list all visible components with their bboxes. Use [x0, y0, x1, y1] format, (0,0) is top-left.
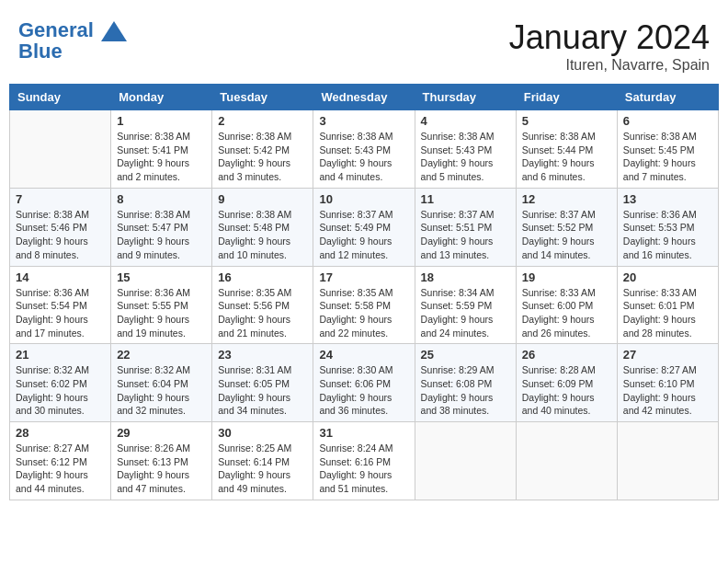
logo-general: General — [18, 18, 94, 41]
calendar-week-3: 14Sunrise: 8:36 AM Sunset: 5:54 PM Dayli… — [10, 266, 719, 344]
weekday-header-monday: Monday — [111, 85, 212, 110]
calendar-cell: 15Sunrise: 8:36 AM Sunset: 5:55 PM Dayli… — [111, 266, 212, 344]
calendar-cell: 20Sunrise: 8:33 AM Sunset: 6:01 PM Dayli… — [617, 266, 718, 344]
day-info: Sunrise: 8:28 AM Sunset: 6:09 PM Dayligh… — [522, 363, 611, 418]
day-number: 8 — [117, 192, 206, 206]
day-info: Sunrise: 8:25 AM Sunset: 6:14 PM Dayligh… — [218, 442, 307, 496]
calendar-cell: 25Sunrise: 8:29 AM Sunset: 6:08 PM Dayli… — [415, 344, 516, 422]
calendar-week-2: 7Sunrise: 8:38 AM Sunset: 5:46 PM Daylig… — [10, 188, 719, 266]
calendar-body: 1Sunrise: 8:38 AM Sunset: 5:41 PM Daylig… — [10, 110, 719, 500]
day-number: 19 — [522, 270, 611, 284]
title-block: January 2024 Ituren, Navarre, Spain — [509, 18, 710, 74]
day-info: Sunrise: 8:38 AM Sunset: 5:44 PM Dayligh… — [522, 130, 611, 184]
day-info: Sunrise: 8:35 AM Sunset: 5:58 PM Dayligh… — [319, 286, 408, 340]
day-info: Sunrise: 8:38 AM Sunset: 5:45 PM Dayligh… — [623, 130, 712, 184]
calendar-cell: 29Sunrise: 8:26 AM Sunset: 6:13 PM Dayli… — [111, 422, 212, 500]
day-number: 26 — [522, 348, 611, 362]
day-number: 14 — [16, 270, 105, 284]
calendar-week-4: 21Sunrise: 8:32 AM Sunset: 6:02 PM Dayli… — [10, 344, 719, 422]
calendar-cell: 8Sunrise: 8:38 AM Sunset: 5:47 PM Daylig… — [111, 188, 212, 266]
calendar-cell: 17Sunrise: 8:35 AM Sunset: 5:58 PM Dayli… — [313, 266, 415, 344]
day-number: 11 — [421, 192, 510, 206]
calendar-cell: 28Sunrise: 8:27 AM Sunset: 6:12 PM Dayli… — [10, 422, 111, 500]
day-info: Sunrise: 8:33 AM Sunset: 6:01 PM Dayligh… — [623, 286, 712, 340]
day-info: Sunrise: 8:38 AM Sunset: 5:47 PM Dayligh… — [117, 208, 206, 262]
day-info: Sunrise: 8:35 AM Sunset: 5:56 PM Dayligh… — [218, 286, 307, 340]
day-info: Sunrise: 8:37 AM Sunset: 5:51 PM Dayligh… — [421, 208, 510, 262]
day-number: 6 — [623, 114, 712, 128]
day-number: 30 — [218, 426, 307, 440]
calendar-cell: 23Sunrise: 8:31 AM Sunset: 6:05 PM Dayli… — [212, 344, 313, 422]
calendar-cell: 30Sunrise: 8:25 AM Sunset: 6:14 PM Dayli… — [212, 422, 313, 500]
day-info: Sunrise: 8:32 AM Sunset: 6:04 PM Dayligh… — [117, 363, 206, 418]
logo-icon — [101, 21, 127, 41]
day-info: Sunrise: 8:30 AM Sunset: 6:06 PM Dayligh… — [319, 363, 408, 418]
calendar-cell: 5Sunrise: 8:38 AM Sunset: 5:44 PM Daylig… — [516, 110, 617, 189]
weekday-header-row: SundayMondayTuesdayWednesdayThursdayFrid… — [10, 85, 719, 110]
location-title: Ituren, Navarre, Spain — [509, 57, 710, 74]
day-info: Sunrise: 8:38 AM Sunset: 5:46 PM Dayligh… — [16, 208, 105, 262]
day-number: 28 — [16, 426, 105, 440]
day-number: 13 — [623, 192, 712, 206]
weekday-header-saturday: Saturday — [617, 85, 718, 110]
calendar-cell — [516, 422, 617, 500]
calendar-cell — [617, 422, 718, 500]
calendar-week-5: 28Sunrise: 8:27 AM Sunset: 6:12 PM Dayli… — [10, 422, 719, 500]
day-number: 27 — [623, 348, 712, 362]
calendar-cell: 9Sunrise: 8:38 AM Sunset: 5:48 PM Daylig… — [212, 188, 313, 266]
month-title: January 2024 — [509, 18, 710, 57]
day-info: Sunrise: 8:36 AM Sunset: 5:53 PM Dayligh… — [623, 208, 712, 262]
day-number: 25 — [421, 348, 510, 362]
logo-blue: Blue — [18, 41, 127, 62]
calendar-cell: 21Sunrise: 8:32 AM Sunset: 6:02 PM Dayli… — [10, 344, 111, 422]
calendar-cell: 18Sunrise: 8:34 AM Sunset: 5:59 PM Dayli… — [415, 266, 516, 344]
day-info: Sunrise: 8:38 AM Sunset: 5:41 PM Dayligh… — [117, 130, 206, 184]
calendar-cell: 26Sunrise: 8:28 AM Sunset: 6:09 PM Dayli… — [516, 344, 617, 422]
day-info: Sunrise: 8:32 AM Sunset: 6:02 PM Dayligh… — [16, 363, 105, 418]
calendar-cell: 1Sunrise: 8:38 AM Sunset: 5:41 PM Daylig… — [111, 110, 212, 189]
weekday-header-sunday: Sunday — [10, 85, 111, 110]
day-number: 29 — [117, 426, 206, 440]
day-info: Sunrise: 8:26 AM Sunset: 6:13 PM Dayligh… — [117, 442, 206, 496]
calendar-cell: 14Sunrise: 8:36 AM Sunset: 5:54 PM Dayli… — [10, 266, 111, 344]
day-info: Sunrise: 8:37 AM Sunset: 5:52 PM Dayligh… — [522, 208, 611, 262]
day-info: Sunrise: 8:27 AM Sunset: 6:12 PM Dayligh… — [16, 442, 105, 496]
day-info: Sunrise: 8:36 AM Sunset: 5:54 PM Dayligh… — [16, 286, 105, 340]
day-info: Sunrise: 8:34 AM Sunset: 5:59 PM Dayligh… — [421, 286, 510, 340]
day-number: 17 — [319, 270, 408, 284]
calendar-cell: 31Sunrise: 8:24 AM Sunset: 6:16 PM Dayli… — [313, 422, 415, 500]
day-number: 12 — [522, 192, 611, 206]
logo: General Blue — [18, 18, 127, 62]
calendar-cell: 4Sunrise: 8:38 AM Sunset: 5:43 PM Daylig… — [415, 110, 516, 189]
calendar-cell: 19Sunrise: 8:33 AM Sunset: 6:00 PM Dayli… — [516, 266, 617, 344]
day-info: Sunrise: 8:37 AM Sunset: 5:49 PM Dayligh… — [319, 208, 408, 262]
day-info: Sunrise: 8:38 AM Sunset: 5:48 PM Dayligh… — [218, 208, 307, 262]
day-number: 31 — [319, 426, 408, 440]
day-info: Sunrise: 8:33 AM Sunset: 6:00 PM Dayligh… — [522, 286, 611, 340]
calendar-week-1: 1Sunrise: 8:38 AM Sunset: 5:41 PM Daylig… — [10, 110, 719, 189]
day-info: Sunrise: 8:38 AM Sunset: 5:43 PM Dayligh… — [319, 130, 408, 184]
calendar-cell: 2Sunrise: 8:38 AM Sunset: 5:42 PM Daylig… — [212, 110, 313, 189]
weekday-header-wednesday: Wednesday — [313, 85, 415, 110]
day-number: 24 — [319, 348, 408, 362]
calendar-cell: 24Sunrise: 8:30 AM Sunset: 6:06 PM Dayli… — [313, 344, 415, 422]
day-number: 15 — [117, 270, 206, 284]
day-info: Sunrise: 8:38 AM Sunset: 5:43 PM Dayligh… — [421, 130, 510, 184]
day-number: 23 — [218, 348, 307, 362]
calendar-cell: 10Sunrise: 8:37 AM Sunset: 5:49 PM Dayli… — [313, 188, 415, 266]
day-info: Sunrise: 8:27 AM Sunset: 6:10 PM Dayligh… — [623, 363, 712, 418]
day-number: 1 — [117, 114, 206, 128]
day-info: Sunrise: 8:24 AM Sunset: 6:16 PM Dayligh… — [319, 442, 408, 496]
day-number: 10 — [319, 192, 408, 206]
logo-text: General — [18, 18, 127, 41]
day-number: 22 — [117, 348, 206, 362]
day-number: 21 — [16, 348, 105, 362]
calendar-cell: 22Sunrise: 8:32 AM Sunset: 6:04 PM Dayli… — [111, 344, 212, 422]
calendar-cell: 7Sunrise: 8:38 AM Sunset: 5:46 PM Daylig… — [10, 188, 111, 266]
day-info: Sunrise: 8:29 AM Sunset: 6:08 PM Dayligh… — [421, 363, 510, 418]
weekday-header-tuesday: Tuesday — [212, 85, 313, 110]
calendar-cell — [10, 110, 111, 189]
calendar-cell — [415, 422, 516, 500]
day-number: 2 — [218, 114, 307, 128]
weekday-header-friday: Friday — [516, 85, 617, 110]
